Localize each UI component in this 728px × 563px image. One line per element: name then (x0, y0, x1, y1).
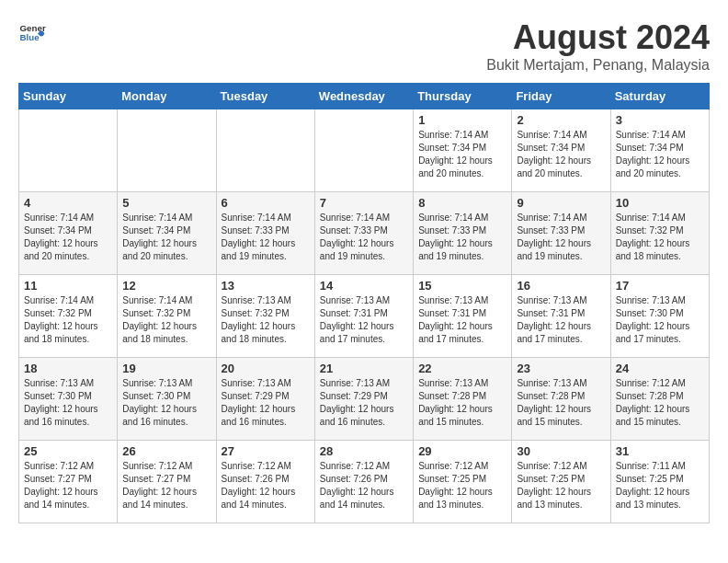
calendar-cell: 8Sunrise: 7:14 AM Sunset: 7:33 PM Daylig… (414, 192, 512, 275)
day-info: Sunrise: 7:13 AM Sunset: 7:30 PM Dayligh… (616, 294, 704, 346)
calendar-title: August 2024 (486, 18, 710, 57)
day-info: Sunrise: 7:12 AM Sunset: 7:27 PM Dayligh… (122, 460, 210, 511)
day-number: 21 (320, 362, 408, 375)
day-number: 23 (517, 362, 605, 375)
day-info: Sunrise: 7:13 AM Sunset: 7:31 PM Dayligh… (418, 294, 506, 346)
day-info: Sunrise: 7:13 AM Sunset: 7:31 PM Dayligh… (320, 294, 408, 346)
calendar-cell: 25Sunrise: 7:12 AM Sunset: 7:27 PM Dayli… (19, 441, 118, 523)
day-number: 31 (616, 444, 704, 458)
header-tuesday: Tuesday (216, 84, 314, 109)
day-info: Sunrise: 7:13 AM Sunset: 7:28 PM Dayligh… (418, 377, 506, 429)
day-info: Sunrise: 7:14 AM Sunset: 7:34 PM Dayligh… (616, 129, 704, 180)
calendar-cell (118, 109, 216, 192)
calendar-cell: 15Sunrise: 7:13 AM Sunset: 7:31 PM Dayli… (414, 275, 512, 358)
calendar-cell: 30Sunrise: 7:12 AM Sunset: 7:25 PM Dayli… (512, 441, 610, 523)
title-block: August 2024 Bukit Mertajam, Penang, Mala… (486, 18, 710, 74)
day-info: Sunrise: 7:12 AM Sunset: 7:27 PM Dayligh… (24, 460, 112, 511)
calendar-cell: 12Sunrise: 7:14 AM Sunset: 7:32 PM Dayli… (118, 275, 216, 358)
day-number: 30 (517, 444, 605, 458)
calendar-cell: 10Sunrise: 7:14 AM Sunset: 7:32 PM Dayli… (610, 192, 709, 275)
day-info: Sunrise: 7:14 AM Sunset: 7:34 PM Dayligh… (517, 129, 605, 180)
calendar-cell: 6Sunrise: 7:14 AM Sunset: 7:33 PM Daylig… (216, 192, 314, 275)
day-info: Sunrise: 7:14 AM Sunset: 7:32 PM Dayligh… (616, 212, 704, 263)
day-number: 9 (517, 196, 605, 210)
day-number: 2 (517, 113, 605, 127)
week-row-3: 18Sunrise: 7:13 AM Sunset: 7:30 PM Dayli… (19, 358, 710, 441)
day-info: Sunrise: 7:14 AM Sunset: 7:33 PM Dayligh… (222, 212, 310, 263)
day-info: Sunrise: 7:13 AM Sunset: 7:28 PM Dayligh… (517, 377, 605, 429)
day-number: 25 (24, 444, 112, 458)
calendar-cell: 3Sunrise: 7:14 AM Sunset: 7:34 PM Daylig… (610, 109, 709, 192)
svg-text:Blue: Blue (20, 32, 40, 42)
day-number: 28 (320, 444, 408, 458)
day-info: Sunrise: 7:13 AM Sunset: 7:32 PM Dayligh… (222, 294, 310, 346)
calendar-cell: 29Sunrise: 7:12 AM Sunset: 7:25 PM Dayli… (414, 441, 512, 523)
day-info: Sunrise: 7:14 AM Sunset: 7:34 PM Dayligh… (24, 212, 112, 263)
header-friday: Friday (512, 84, 610, 109)
day-number: 8 (418, 196, 506, 210)
day-number: 7 (320, 196, 408, 210)
day-info: Sunrise: 7:13 AM Sunset: 7:30 PM Dayligh… (122, 377, 210, 429)
calendar-cell: 26Sunrise: 7:12 AM Sunset: 7:27 PM Dayli… (118, 441, 216, 523)
day-info: Sunrise: 7:12 AM Sunset: 7:25 PM Dayligh… (517, 460, 605, 511)
day-info: Sunrise: 7:14 AM Sunset: 7:33 PM Dayligh… (517, 212, 605, 263)
day-info: Sunrise: 7:14 AM Sunset: 7:33 PM Dayligh… (418, 212, 506, 263)
calendar-cell: 22Sunrise: 7:13 AM Sunset: 7:28 PM Dayli… (414, 358, 512, 441)
calendar-cell: 27Sunrise: 7:12 AM Sunset: 7:26 PM Dayli… (216, 441, 314, 523)
page-header: General Blue August 2024 Bukit Mertajam,… (18, 18, 710, 74)
calendar-cell: 4Sunrise: 7:14 AM Sunset: 7:34 PM Daylig… (19, 192, 118, 275)
header-monday: Monday (118, 84, 216, 109)
day-number: 12 (122, 279, 210, 293)
calendar-cell: 13Sunrise: 7:13 AM Sunset: 7:32 PM Dayli… (216, 275, 314, 358)
header-wednesday: Wednesday (314, 84, 413, 109)
day-number: 14 (320, 279, 408, 293)
day-number: 4 (24, 196, 112, 210)
day-info: Sunrise: 7:13 AM Sunset: 7:31 PM Dayligh… (517, 294, 605, 346)
day-info: Sunrise: 7:13 AM Sunset: 7:30 PM Dayligh… (24, 377, 112, 429)
calendar-cell (19, 109, 118, 192)
day-number: 19 (122, 362, 210, 375)
calendar-cell: 21Sunrise: 7:13 AM Sunset: 7:29 PM Dayli… (314, 358, 413, 441)
calendar-cell (216, 109, 314, 192)
day-number: 3 (616, 113, 704, 127)
day-info: Sunrise: 7:12 AM Sunset: 7:26 PM Dayligh… (320, 460, 408, 511)
calendar-cell: 28Sunrise: 7:12 AM Sunset: 7:26 PM Dayli… (314, 441, 413, 523)
day-info: Sunrise: 7:12 AM Sunset: 7:28 PM Dayligh… (616, 377, 704, 429)
calendar-cell: 7Sunrise: 7:14 AM Sunset: 7:33 PM Daylig… (314, 192, 413, 275)
calendar-cell: 24Sunrise: 7:12 AM Sunset: 7:28 PM Dayli… (610, 358, 709, 441)
day-info: Sunrise: 7:12 AM Sunset: 7:26 PM Dayligh… (222, 460, 310, 511)
logo-icon: General Blue (18, 18, 46, 46)
week-row-1: 4Sunrise: 7:14 AM Sunset: 7:34 PM Daylig… (19, 192, 710, 275)
day-number: 15 (418, 279, 506, 293)
calendar-cell: 17Sunrise: 7:13 AM Sunset: 7:30 PM Dayli… (610, 275, 709, 358)
calendar-cell: 20Sunrise: 7:13 AM Sunset: 7:29 PM Dayli… (216, 358, 314, 441)
day-number: 27 (222, 444, 310, 458)
day-number: 16 (517, 279, 605, 293)
day-number: 6 (222, 196, 310, 210)
calendar-cell: 14Sunrise: 7:13 AM Sunset: 7:31 PM Dayli… (314, 275, 413, 358)
day-info: Sunrise: 7:13 AM Sunset: 7:29 PM Dayligh… (222, 377, 310, 429)
day-info: Sunrise: 7:12 AM Sunset: 7:25 PM Dayligh… (418, 460, 506, 511)
calendar-cell: 1Sunrise: 7:14 AM Sunset: 7:34 PM Daylig… (414, 109, 512, 192)
day-number: 17 (616, 279, 704, 293)
calendar-cell: 18Sunrise: 7:13 AM Sunset: 7:30 PM Dayli… (19, 358, 118, 441)
calendar-cell: 31Sunrise: 7:11 AM Sunset: 7:25 PM Dayli… (610, 441, 709, 523)
day-number: 22 (418, 362, 506, 375)
day-number: 1 (418, 113, 506, 127)
day-info: Sunrise: 7:14 AM Sunset: 7:34 PM Dayligh… (122, 212, 210, 263)
day-info: Sunrise: 7:13 AM Sunset: 7:29 PM Dayligh… (320, 377, 408, 429)
day-info: Sunrise: 7:14 AM Sunset: 7:33 PM Dayligh… (320, 212, 408, 263)
calendar-cell: 5Sunrise: 7:14 AM Sunset: 7:34 PM Daylig… (118, 192, 216, 275)
calendar-cell: 16Sunrise: 7:13 AM Sunset: 7:31 PM Dayli… (512, 275, 610, 358)
day-info: Sunrise: 7:14 AM Sunset: 7:34 PM Dayligh… (418, 129, 506, 180)
day-number: 10 (616, 196, 704, 210)
header-saturday: Saturday (610, 84, 709, 109)
calendar-cell: 11Sunrise: 7:14 AM Sunset: 7:32 PM Dayli… (19, 275, 118, 358)
calendar-cell: 23Sunrise: 7:13 AM Sunset: 7:28 PM Dayli… (512, 358, 610, 441)
day-number: 5 (122, 196, 210, 210)
calendar-cell: 2Sunrise: 7:14 AM Sunset: 7:34 PM Daylig… (512, 109, 610, 192)
day-info: Sunrise: 7:14 AM Sunset: 7:32 PM Dayligh… (122, 294, 210, 346)
header-sunday: Sunday (19, 84, 118, 109)
day-info: Sunrise: 7:14 AM Sunset: 7:32 PM Dayligh… (24, 294, 112, 346)
calendar-cell: 9Sunrise: 7:14 AM Sunset: 7:33 PM Daylig… (512, 192, 610, 275)
